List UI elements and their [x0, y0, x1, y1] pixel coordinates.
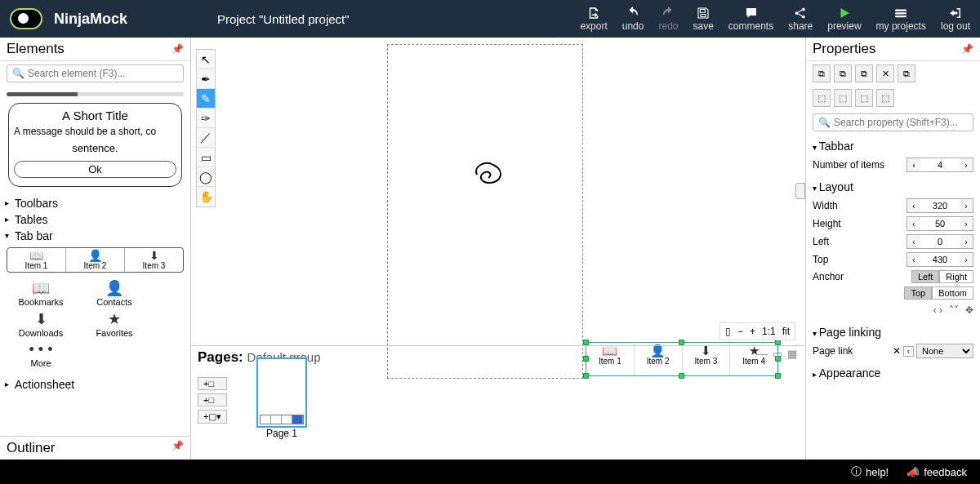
brand-name: NinjaMock: [54, 11, 127, 28]
left-stepper[interactable]: ‹›: [906, 234, 973, 249]
zoom-fit[interactable]: fit: [782, 326, 790, 337]
elements-search-input[interactable]: [28, 68, 178, 79]
svg-point-0: [795, 11, 799, 15]
tabbar-item-more[interactable]: • • •More: [11, 341, 70, 368]
group-toolbars[interactable]: Toolbars: [5, 195, 185, 211]
svg-point-1: [802, 8, 805, 11]
zoom-out-icon[interactable]: −: [737, 326, 743, 337]
section-appearance[interactable]: Appearance: [813, 363, 973, 383]
add-page-button-2[interactable]: +□: [198, 393, 227, 406]
section-layout[interactable]: Layout: [813, 177, 973, 197]
page-link-select[interactable]: None: [916, 344, 973, 358]
align-all-icon[interactable]: ✥: [965, 304, 973, 316]
delete-button[interactable]: ✕: [876, 64, 894, 82]
page-thumb-1[interactable]: Page 1: [256, 357, 307, 439]
alert-element-preview[interactable]: A Short Title A message should be a shor…: [8, 103, 182, 187]
elements-search[interactable]: 🔍: [7, 64, 184, 82]
share-button[interactable]: share: [788, 6, 813, 32]
num-items-input[interactable]: [920, 160, 960, 170]
tabbar-item-bookmarks[interactable]: 📖Bookmarks: [11, 279, 70, 307]
zoom-in-icon[interactable]: +: [750, 326, 755, 337]
feedback-button[interactable]: 📣 feedback: [906, 466, 967, 478]
group-actionsheet[interactable]: Actionsheet: [5, 376, 185, 393]
properties-search-input[interactable]: [834, 117, 968, 128]
align-v-icon[interactable]: ˄˅: [949, 304, 959, 316]
properties-search[interactable]: 🔍: [813, 113, 973, 131]
pin-icon[interactable]: 📌: [172, 43, 184, 55]
clear-link-icon[interactable]: ✕: [893, 345, 901, 357]
anchor-h-toggle[interactable]: LeftRight: [911, 270, 973, 283]
undo-button[interactable]: undo: [622, 6, 644, 32]
freehand-scribble[interactable]: [469, 158, 510, 194]
pages-view-minus[interactable]: —: [757, 348, 768, 360]
group-tabbar[interactable]: Tab bar: [5, 228, 185, 244]
log-out-button[interactable]: log out: [941, 6, 970, 32]
layer-front-button[interactable]: ⬚: [813, 89, 831, 107]
layer-back-button[interactable]: ⬚: [876, 89, 894, 107]
section-tabbar[interactable]: Tabbar: [813, 136, 973, 156]
num-items-stepper[interactable]: ‹ ›: [906, 158, 973, 172]
pages-view-grid[interactable]: ▦: [787, 348, 797, 360]
properties-pin-icon[interactable]: 📌: [961, 43, 973, 55]
zoom-1-1[interactable]: 1:1: [762, 326, 776, 337]
top-stepper[interactable]: ‹›: [906, 252, 973, 267]
elements-panel: Elements 📌 🔍 A Short Title A message sho…: [0, 38, 191, 460]
my-projects-button[interactable]: my projects: [876, 6, 926, 32]
width-stepper[interactable]: ‹›: [906, 198, 973, 213]
canvas-side-handle[interactable]: [795, 183, 805, 199]
tabbar-item-contacts[interactable]: 👤Contacts: [85, 279, 144, 307]
device-icon[interactable]: ▯: [725, 326, 731, 337]
tabbar-item-favorites[interactable]: ★Favorites: [85, 310, 144, 338]
stepper-inc[interactable]: ›: [960, 158, 973, 171]
save-button[interactable]: save: [693, 6, 714, 32]
outliner-title: Outliner: [7, 440, 56, 456]
logo-icon: [10, 8, 42, 29]
elements-title: Elements: [7, 41, 65, 57]
project-title: Project "Untitled project": [217, 12, 350, 26]
copy2-button[interactable]: ⧉: [834, 64, 852, 82]
properties-panel: Properties 📌 ⧉ ⧉ ⧉ ✕ ⧉ ⬚ ⬚ ⬚ ⬚ 🔍 Tabbar …: [805, 38, 980, 460]
canvas[interactable]: ↖ ✒ ✎ ✑ ／ ▭ ◯ ✋ 📖Item 1 👤Item 2 ⬇Item 3 …: [191, 38, 805, 460]
height-stepper[interactable]: ‹›: [906, 216, 973, 231]
comments-button[interactable]: comments: [728, 6, 773, 32]
copy-button[interactable]: ⧉: [813, 64, 831, 82]
device-frame[interactable]: 📖Item 1 👤Item 2 ⬇Item 3 ★Item 4: [387, 44, 583, 379]
help-button[interactable]: ⓘ help!: [851, 464, 889, 479]
layer-forward-button[interactable]: ⬚: [834, 89, 852, 107]
zoom-controls: ▯ − + 1:1 fit: [719, 322, 795, 340]
copy3-button[interactable]: ⧉: [855, 64, 873, 82]
tabbar-element[interactable]: 📖Item 1 👤Item 2 ⬇Item 3: [7, 247, 184, 273]
group-tables[interactable]: Tables: [5, 211, 185, 228]
pages-bar: Pages: Default group +□ +□ +▢▾ Page 1 — …: [191, 345, 805, 460]
add-page-button[interactable]: +□: [198, 377, 227, 390]
tabbar-item-downloads[interactable]: ⬇Downloads: [11, 310, 70, 338]
preview-button[interactable]: preview: [827, 6, 861, 32]
section-page-linking[interactable]: Page linking: [813, 322, 973, 342]
export-button[interactable]: export: [580, 6, 607, 32]
stepper-dec[interactable]: ‹: [907, 158, 920, 171]
add-page-dropdown[interactable]: +▢▾: [198, 410, 227, 424]
outliner-pin-icon[interactable]: 📌: [172, 440, 184, 456]
pages-view-dots[interactable]: ▭: [773, 348, 782, 360]
footer: ⓘ help! 📣 feedback: [0, 460, 980, 484]
align-h-icon[interactable]: ‹ ›: [933, 304, 942, 316]
properties-title: Properties: [813, 41, 875, 57]
redo-button[interactable]: redo: [658, 6, 678, 32]
top-actions: export undo redo save comments share pre…: [580, 6, 970, 32]
duplicate-button[interactable]: ⧉: [898, 64, 915, 82]
logo[interactable]: NinjaMock: [10, 8, 127, 29]
svg-point-2: [802, 16, 805, 19]
search-icon: 🔍: [12, 68, 24, 79]
topbar: NinjaMock Project "Untitled project" exp…: [0, 0, 980, 38]
search-icon: 🔍: [818, 117, 831, 128]
anchor-v-toggle[interactable]: TopBottom: [904, 286, 973, 300]
layer-backward-button[interactable]: ⬚: [855, 89, 873, 107]
